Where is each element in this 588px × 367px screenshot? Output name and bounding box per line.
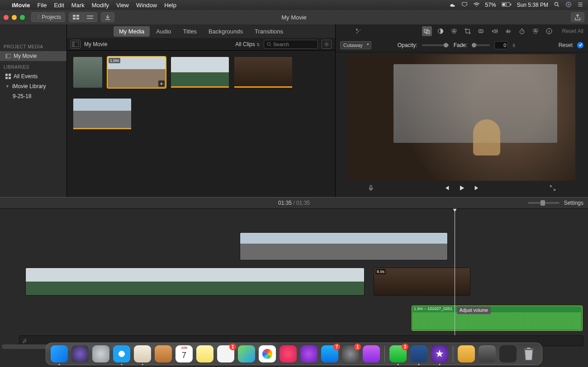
- airplay-icon[interactable]: [461, 1, 468, 9]
- volume-tab-icon[interactable]: [490, 26, 500, 36]
- clip-thumbnail[interactable]: [73, 57, 102, 88]
- sidebar-toggle-button[interactable]: [71, 40, 81, 49]
- crop-tab-icon[interactable]: [463, 26, 473, 36]
- dock-app-box[interactable]: [458, 345, 475, 362]
- spotlight-icon[interactable]: [554, 1, 560, 9]
- tab-titles[interactable]: Titles: [178, 26, 203, 37]
- sidebar-project-media[interactable]: My Movie: [0, 51, 66, 61]
- dock-app-appstore[interactable]: 7: [321, 345, 338, 362]
- preview-viewport[interactable]: [348, 54, 575, 181]
- dock-app-siri[interactable]: [71, 345, 89, 362]
- dock-app-podcasts[interactable]: [300, 345, 318, 362]
- reset-button[interactable]: Reset: [559, 42, 573, 48]
- dock-app-messages2[interactable]: 3: [389, 345, 407, 362]
- menu-help[interactable]: Help: [164, 2, 176, 9]
- svg-rect-18: [5, 77, 8, 79]
- siri-icon[interactable]: [565, 1, 572, 9]
- dock-app-mail[interactable]: [134, 345, 151, 362]
- projects-back-button[interactable]: 〈Projects: [31, 12, 65, 22]
- prev-button[interactable]: [443, 184, 450, 193]
- weather-icon[interactable]: [450, 1, 456, 9]
- media-view-button[interactable]: [69, 12, 83, 22]
- notification-center-icon[interactable]: [577, 1, 583, 9]
- menu-file[interactable]: File: [37, 2, 47, 9]
- dock-app-launchpad[interactable]: [92, 345, 109, 362]
- sidebar-library[interactable]: ▼ iMovie Library: [0, 81, 66, 91]
- play-button[interactable]: [458, 184, 465, 193]
- overlay-type-select[interactable]: Cutaway: [340, 41, 371, 49]
- dock-app-photos[interactable]: [259, 345, 276, 362]
- timeline-settings-button[interactable]: Settings: [564, 200, 583, 206]
- voiceover-button[interactable]: [367, 184, 375, 193]
- timeline-zoom-slider[interactable]: [528, 202, 560, 204]
- dock-app-trash[interactable]: [520, 345, 537, 362]
- browser-breadcrumb[interactable]: My Movie: [84, 41, 107, 47]
- dock-app-folder[interactable]: [479, 345, 496, 362]
- tab-transitions[interactable]: Transitions: [249, 26, 289, 37]
- fade-slider[interactable]: [472, 44, 490, 46]
- apply-check-icon[interactable]: [577, 42, 583, 48]
- import-button[interactable]: [101, 12, 114, 22]
- stabilization-tab-icon[interactable]: [476, 26, 486, 36]
- dock-app-reminders[interactable]: 1: [217, 345, 234, 362]
- dock-app-safari[interactable]: [113, 345, 130, 362]
- search-field[interactable]: Search: [264, 40, 318, 49]
- clip-thumbnail[interactable]: [73, 99, 131, 129]
- tab-audio[interactable]: Audio: [151, 26, 176, 37]
- timeline-view-button[interactable]: [83, 12, 97, 22]
- fade-value-input[interactable]: [494, 41, 508, 49]
- noise-reduction-tab-icon[interactable]: [503, 26, 513, 36]
- menu-view[interactable]: View: [116, 2, 129, 9]
- dock-app-word[interactable]: [410, 345, 427, 362]
- dock-app-calendar[interactable]: JUN7: [175, 345, 193, 362]
- dock-app-settings[interactable]: 1: [342, 345, 359, 362]
- menu-window[interactable]: Window: [136, 2, 157, 9]
- overlay-tab-icon[interactable]: [422, 26, 432, 36]
- tab-my-media[interactable]: My Media: [114, 26, 150, 37]
- speed-tab-icon[interactable]: [517, 26, 527, 36]
- browser-options-button[interactable]: [322, 40, 332, 49]
- clip-thumbnail[interactable]: [234, 57, 292, 88]
- timeline[interactable]: 8.9s 1.0m – 101027_0251 Adjust volume: [0, 209, 588, 349]
- reset-all-button[interactable]: Reset All: [562, 28, 583, 34]
- timeline-clip-main-a[interactable]: [25, 268, 365, 296]
- info-tab-icon[interactable]: [544, 26, 554, 36]
- fullscreen-window-button[interactable]: [20, 15, 25, 20]
- sidebar-event[interactable]: 9-25-18: [0, 91, 66, 101]
- enhance-button[interactable]: [354, 26, 364, 36]
- timeline-audio-clip[interactable]: 1.0m – 101027_0251: [412, 306, 583, 331]
- playhead[interactable]: [455, 209, 455, 349]
- menu-modify[interactable]: Modify: [92, 2, 109, 9]
- dock-app-music[interactable]: [280, 345, 297, 362]
- filters-tab-icon[interactable]: [531, 26, 541, 36]
- dock-app-imovie[interactable]: ★: [431, 345, 448, 362]
- close-window-button[interactable]: [4, 15, 9, 20]
- add-clip-icon[interactable]: +: [158, 80, 165, 87]
- sidebar-all-events[interactable]: All Events: [0, 71, 66, 81]
- color-balance-tab-icon[interactable]: [436, 26, 446, 36]
- color-correction-tab-icon[interactable]: [449, 26, 459, 36]
- clip-filter-dropdown[interactable]: All Clips ⇅: [235, 41, 260, 47]
- dock-app-maps[interactable]: [238, 345, 255, 362]
- dock-app-messages[interactable]: [363, 345, 380, 362]
- battery-icon[interactable]: [502, 2, 512, 9]
- dock-app-contacts[interactable]: [155, 345, 172, 362]
- dock-app-notes[interactable]: [196, 345, 213, 362]
- dock-app-wallet[interactable]: [499, 345, 517, 362]
- opacity-slider[interactable]: [422, 44, 449, 46]
- minimize-window-button[interactable]: [12, 15, 17, 20]
- timeline-cutaway-clip[interactable]: [240, 232, 448, 260]
- menu-edit[interactable]: Edit: [54, 2, 64, 9]
- fullscreen-button[interactable]: [549, 184, 556, 193]
- clip-thumbnail-selected[interactable]: 1.0m +: [108, 57, 166, 88]
- menubar-clock[interactable]: Sun 5:38 PM: [517, 2, 548, 8]
- clip-thumbnail[interactable]: [171, 57, 229, 88]
- next-button[interactable]: [474, 184, 481, 193]
- tab-backgrounds[interactable]: Backgrounds: [203, 26, 248, 37]
- dock-app-finder[interactable]: [51, 345, 68, 362]
- wifi-icon[interactable]: [473, 1, 480, 9]
- timeline-clip-main-b[interactable]: 8.9s: [374, 268, 470, 296]
- app-menu[interactable]: iMovie: [12, 2, 30, 9]
- menu-mark[interactable]: Mark: [71, 2, 85, 9]
- share-button[interactable]: [571, 12, 584, 22]
